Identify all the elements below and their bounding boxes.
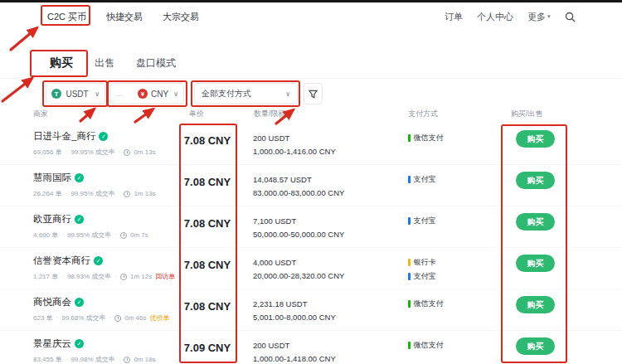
buy-button[interactable]: 购买 xyxy=(516,213,555,231)
amount-cell: 200 USDT 1,000.00-1,418.00 CNY xyxy=(236,337,402,364)
verified-badge-icon: ✓ xyxy=(94,256,103,265)
amount-placeholder: ... xyxy=(116,90,123,98)
offer-row: 景星庆云 ✓ 83,455 单· 99.98% 成交率· 0m 18s 7.09… xyxy=(0,331,622,364)
completion-rate: 99.98% 成交率 xyxy=(70,355,114,364)
action-cell: 购买 xyxy=(506,337,576,355)
verified-badge-icon: ✓ xyxy=(75,298,84,307)
funnel-icon xyxy=(309,90,318,99)
usdt-coin-icon: T xyxy=(51,89,61,99)
price-value: 7.09 CNY xyxy=(178,337,236,354)
col-header-action: 购买/出售 xyxy=(511,109,543,119)
merchant-name[interactable]: 商悦商会 xyxy=(33,296,71,308)
order-limit: 20,000.00-28,320.00 CNY xyxy=(253,269,402,283)
available-amount: 14,048.57 USDT xyxy=(253,173,402,187)
amount-cell: 14,048.57 USDT 83,000.00-83,000.00 CNY xyxy=(236,172,402,200)
tab-sell[interactable]: 出售 xyxy=(95,56,114,70)
payment-cell: 支付宝 xyxy=(402,172,506,185)
search-icon[interactable] xyxy=(565,12,576,22)
arrow-to-buy-tab xyxy=(2,79,32,101)
payment-method: 微信支付 xyxy=(408,298,506,309)
price-value: 7.08 CNY xyxy=(178,130,236,147)
payment-color-bar xyxy=(408,273,411,280)
merchant-tag: 优价单 xyxy=(150,313,170,323)
buy-button[interactable]: 购买 xyxy=(516,255,555,272)
available-amount: 200 USDT xyxy=(253,132,402,145)
order-count: 26,264 单 xyxy=(33,189,62,198)
clock-icon xyxy=(114,315,121,322)
fiat-select-value: CNY xyxy=(151,90,168,99)
payment-method: 支付宝 xyxy=(408,174,506,185)
release-time: 0m 7s xyxy=(130,231,148,239)
merchant-cell: 日进斗金_商行 ✓ 69,056 单· 99.95% 成交率· 0m 13s xyxy=(0,130,178,157)
action-cell: 购买 xyxy=(506,213,576,231)
nav-item-profile[interactable]: 个人中心 xyxy=(477,11,513,23)
chevron-down-icon: ∨ xyxy=(173,90,178,98)
nav-item-orders[interactable]: 订单 xyxy=(445,11,463,23)
verified-badge-icon: ✓ xyxy=(99,132,108,141)
nav-item-block-trade[interactable]: 大宗交易 xyxy=(163,11,199,23)
offer-row: 欧亚商行 ✓ 4,690 单· 99.95% 成交率· 0m 7s 7.08 C… xyxy=(0,206,622,248)
order-count: 1,217 单 xyxy=(33,272,58,281)
buy-button[interactable]: 购买 xyxy=(516,296,555,313)
crypto-select-value: USDT xyxy=(66,90,88,99)
amount-cell: 2,231.18 USDT 5,001.00-8,000.00 CNY xyxy=(236,296,402,324)
col-header-amount-limit: 数量/限额 xyxy=(254,109,286,119)
merchant-name[interactable]: 日进斗金_商行 xyxy=(33,130,95,143)
buy-button[interactable]: 购买 xyxy=(516,130,555,148)
payment-method: 支付宝 xyxy=(408,271,506,282)
order-limit: 1,000.00-1,418.00 CNY xyxy=(253,352,402,364)
tab-orderbook-mode[interactable]: 盘口模式 xyxy=(136,56,176,70)
nav-item-express-trade[interactable]: 快捷交易 xyxy=(106,11,143,23)
buy-button[interactable]: 购买 xyxy=(516,172,555,189)
payment-cell: 银行卡支付宝 xyxy=(402,255,506,282)
payment-method-select[interactable]: 全部支付方式 ∨ xyxy=(194,83,298,104)
payment-color-bar xyxy=(408,134,411,142)
verified-badge-icon: ✓ xyxy=(75,339,84,348)
merchant-name[interactable]: 欧亚商行 xyxy=(33,213,71,226)
payment-color-bar xyxy=(408,217,411,225)
nav-item-c2c-buy[interactable]: C2C 买币 xyxy=(47,11,86,23)
merchant-name[interactable]: 景星庆云 xyxy=(33,337,71,350)
verified-badge-icon: ✓ xyxy=(75,173,84,182)
completion-rate: 99.95% 成交率 xyxy=(67,231,111,240)
clock-icon xyxy=(124,357,130,363)
nav-item-more[interactable]: 更多▾ xyxy=(527,11,551,23)
merchant-cell: 商悦商会 ✓ 623 单· 99.68% 成交率· 0m 46s 优价单 xyxy=(0,296,178,323)
completion-rate: 99.68% 成交率 xyxy=(61,313,105,323)
payment-color-bar xyxy=(408,300,411,308)
merchant-name[interactable]: 信誉资本商行 xyxy=(33,255,90,267)
col-header-merchant: 商家 xyxy=(33,109,48,119)
offer-list: 日进斗金_商行 ✓ 69,056 单· 99.95% 成交率· 0m 13s 7… xyxy=(0,124,622,364)
completion-rate: 99.95% 成交率 xyxy=(70,148,114,157)
clock-icon xyxy=(120,274,127,280)
order-count: 69,056 单 xyxy=(33,148,62,157)
merchant-cell: 信誉资本商行 ✓ 1,217 单· 98.93% 成交率· 1m 12s 回访单 xyxy=(0,255,178,281)
tab-buy[interactable]: 购买 xyxy=(50,56,73,70)
release-time: 0m 18s xyxy=(134,356,155,363)
merchant-stats: 623 单· 99.68% 成交率· 0m 46s 优价单 xyxy=(33,313,178,323)
payment-color-bar xyxy=(408,259,411,266)
price-value: 7.08 CNY xyxy=(178,172,236,188)
amount-cell: 4,000 USDT 20,000.00-28,320.00 CNY xyxy=(236,255,402,283)
available-amount: 4,000 USDT xyxy=(253,256,402,269)
payment-cell: 支付宝 xyxy=(402,213,506,226)
payment-cell: 微信支付 xyxy=(402,130,506,143)
merchant-tag: 回访单 xyxy=(155,272,175,281)
clock-icon xyxy=(124,149,130,156)
offer-row: 慧雨国际 ✓ 26,264 单· 99.95% 成交率· 1m 13s 7.08… xyxy=(0,165,622,206)
order-limit: 83,000.00-83,000.00 CNY xyxy=(253,187,402,200)
fiat-amount-select[interactable]: ... ¥ CNY ∨ xyxy=(110,83,184,104)
buy-button[interactable]: 购买 xyxy=(516,337,555,355)
payment-color-bar xyxy=(408,176,411,183)
clock-icon xyxy=(120,232,127,239)
merchant-stats: 26,264 单· 99.95% 成交率· 1m 13s xyxy=(33,189,178,198)
crypto-select[interactable]: T USDT ∨ xyxy=(46,83,105,104)
filter-button[interactable] xyxy=(304,83,323,104)
merchant-stats: 4,690 单· 99.95% 成交率· 0m 7s xyxy=(33,231,178,240)
action-cell: 购买 xyxy=(506,130,576,148)
merchant-name[interactable]: 慧雨国际 xyxy=(33,172,71,184)
chevron-down-icon: ▾ xyxy=(547,13,551,19)
completion-rate: 98.93% 成交率 xyxy=(67,272,111,281)
payment-method: 微信支付 xyxy=(408,133,506,143)
divider xyxy=(0,78,622,79)
